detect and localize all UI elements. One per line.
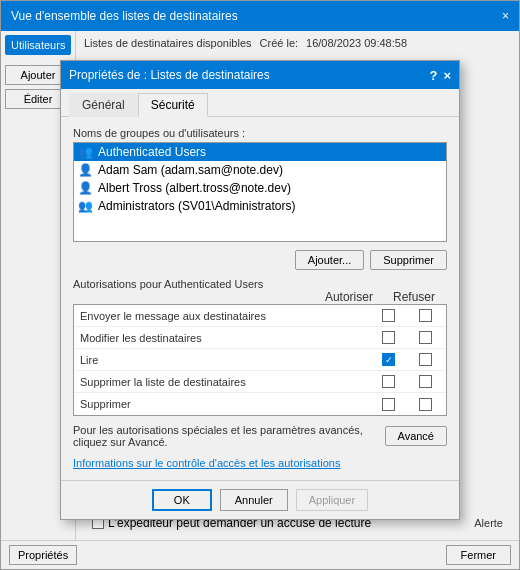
dialog-close-icon[interactable]: ×: [443, 68, 451, 83]
info-link-row: Informations sur le contrôle d'accès et …: [73, 456, 447, 470]
ok-button[interactable]: OK: [152, 489, 212, 511]
created-date: 16/08/2023 09:48:58: [306, 37, 407, 49]
permissions-table: Envoyer le message aux destinataires Mod…: [73, 304, 447, 416]
dialog-tabs: Général Sécurité: [61, 89, 459, 117]
permissions-header: Autorisations pour Authenticated Users: [73, 278, 447, 290]
perm-checks-1: [382, 331, 440, 344]
dialog-body: Noms de groupes ou d'utilisateurs : 👥 Au…: [61, 117, 459, 480]
group-icon-administrators: 👥: [78, 199, 93, 213]
main-close-icon[interactable]: ×: [502, 9, 509, 23]
fermer-button[interactable]: Fermer: [446, 545, 511, 565]
user-item-authenticated[interactable]: 👥 Authenticated Users: [74, 143, 446, 161]
perm-checks-4: [382, 398, 440, 411]
perm-2-allow-checkbox[interactable]: [382, 353, 395, 366]
user-icon-adam: 👤: [78, 163, 93, 177]
perm-3-allow-checkbox[interactable]: [382, 375, 395, 388]
perm-row-4: Supprimer: [74, 393, 446, 415]
perm-0-deny-checkbox[interactable]: [419, 309, 432, 322]
add-button[interactable]: Ajouter...: [295, 250, 364, 270]
advanced-row: Pour les autorisations spéciales et les …: [73, 424, 447, 448]
alerte-label: Alerte: [474, 517, 503, 529]
advanced-text: Pour les autorisations spéciales et les …: [73, 424, 385, 448]
perm-checks-3: [382, 375, 440, 388]
dialog-title: Propriétés de : Listes de destinataires: [69, 68, 270, 82]
user-item-adam[interactable]: 👤 Adam Sam (adam.sam@note.dev): [74, 161, 446, 179]
perm-row-0: Envoyer le message aux destinataires: [74, 305, 446, 327]
col-allow-label: Autoriser: [325, 290, 373, 304]
users-list[interactable]: 👥 Authenticated Users 👤 Adam Sam (adam.s…: [73, 142, 447, 242]
dialog-title-bar: Propriétés de : Listes de destinataires …: [61, 61, 459, 89]
permissions-section: Autorisations pour Authenticated Users A…: [73, 278, 447, 416]
users-actions: Ajouter... Supprimer: [73, 250, 447, 270]
permissions-cols: Autoriser Refuser: [73, 290, 447, 304]
dialog-help-icon[interactable]: ?: [429, 68, 437, 83]
perm-1-allow-checkbox[interactable]: [382, 331, 395, 344]
user-item-albert[interactable]: 👤 Albert Tross (albert.tross@note.dev): [74, 179, 446, 197]
perm-checks-0: [382, 309, 440, 322]
created-label: Listes de destinataires disponibles: [84, 37, 252, 49]
perm-4-allow-checkbox[interactable]: [382, 398, 395, 411]
main-title: Vue d'ensemble des listes de destinatair…: [11, 9, 238, 23]
group-icon-authenticated: 👥: [78, 145, 93, 159]
info-link[interactable]: Informations sur le contrôle d'accès et …: [73, 457, 340, 469]
advanced-button[interactable]: Avancé: [385, 426, 448, 446]
remove-button[interactable]: Supprimer: [370, 250, 447, 270]
user-icon-albert: 👤: [78, 181, 93, 195]
main-title-bar: Vue d'ensemble des listes de destinatair…: [1, 1, 519, 31]
cancel-button[interactable]: Annuler: [220, 489, 288, 511]
user-item-administrators[interactable]: 👥 Administrators (SV01\Administrators): [74, 197, 446, 215]
perm-1-deny-checkbox[interactable]: [419, 331, 432, 344]
perm-row-2: Lire: [74, 349, 446, 371]
created-row: Listes de destinataires disponibles Créé…: [84, 37, 511, 49]
dialog-title-actions: ? ×: [429, 68, 451, 83]
perm-checks-2: [382, 353, 440, 366]
created-prefix: Créé le:: [260, 37, 299, 49]
proprietes-button[interactable]: Propriétés: [9, 545, 77, 565]
users-section-label: Noms de groupes ou d'utilisateurs :: [73, 127, 447, 139]
perm-0-allow-checkbox[interactable]: [382, 309, 395, 322]
left-tab-utilisateurs[interactable]: Utilisateurs: [5, 35, 71, 55]
perm-row-3: Supprimer la liste de destinataires: [74, 371, 446, 393]
users-section: Noms de groupes ou d'utilisateurs : 👥 Au…: [73, 127, 447, 242]
perm-2-deny-checkbox[interactable]: [419, 353, 432, 366]
tab-general[interactable]: Général: [69, 93, 138, 117]
apply-button[interactable]: Appliquer: [296, 489, 368, 511]
perm-4-deny-checkbox[interactable]: [419, 398, 432, 411]
tab-securite[interactable]: Sécurité: [138, 93, 208, 117]
col-deny-label: Refuser: [393, 290, 435, 304]
perm-row-1: Modifier les destinataires: [74, 327, 446, 349]
properties-dialog: Propriétés de : Listes de destinataires …: [60, 60, 460, 520]
perm-3-deny-checkbox[interactable]: [419, 375, 432, 388]
dialog-footer: OK Annuler Appliquer: [61, 480, 459, 519]
